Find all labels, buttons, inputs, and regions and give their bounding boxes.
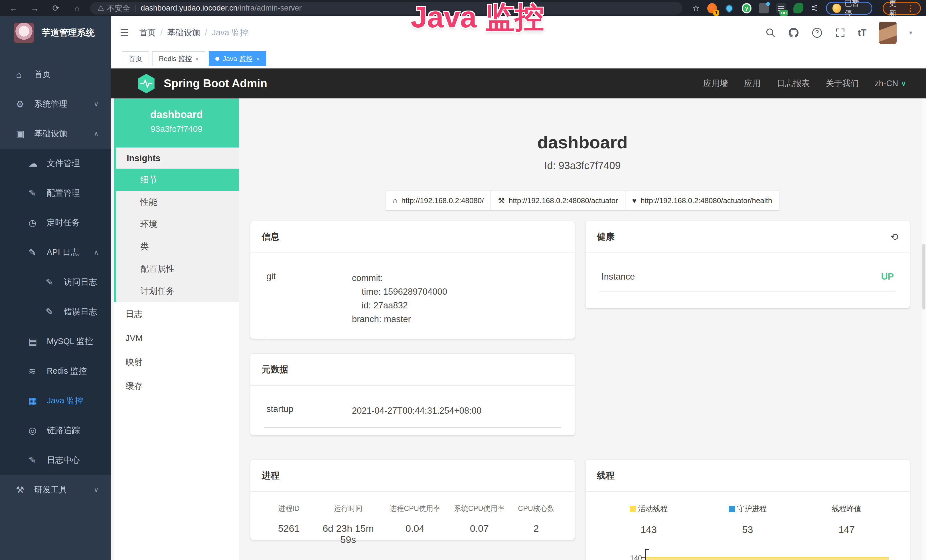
app-title: 芋道管理系统: [42, 27, 95, 39]
sidebar-item-label: 链路追踪: [47, 425, 80, 436]
text-size-icon[interactable]: tT: [858, 27, 866, 38]
caret-down-icon[interactable]: ▾: [909, 29, 912, 36]
home-icon[interactable]: ⌂: [71, 3, 83, 13]
sba-menu-wallboard[interactable]: 应用墙: [703, 78, 728, 89]
sidebar-item-java-monitor[interactable]: ▦ Java 监控: [0, 386, 111, 416]
sidebar-item-infra[interactable]: ▣ 基础设施 ∧: [0, 119, 111, 148]
threads-card-title: 线程: [597, 469, 614, 481]
toolbox-icon: ⚒: [16, 484, 34, 495]
sba-nav-logfile[interactable]: 日志: [114, 302, 239, 326]
sba-nav-classes[interactable]: 类: [117, 235, 239, 257]
search-icon[interactable]: [766, 28, 776, 38]
sidebar-item-scheduled-jobs[interactable]: ◷ 定时任务: [0, 208, 111, 238]
sba-nav-details[interactable]: 细节: [114, 169, 239, 191]
sba-nav-caches[interactable]: 缓存: [114, 374, 239, 398]
update-label: 更新: [889, 0, 903, 18]
locale-select[interactable]: zh-CN ∨: [875, 79, 906, 88]
security-label[interactable]: 不安全: [107, 3, 130, 14]
actuator-url-button[interactable]: ⚒ http://192.168.0.2:48080/actuator: [491, 191, 625, 211]
breadcrumb-home[interactable]: 首页: [139, 27, 156, 38]
sidebar-item-label: 日志中心: [47, 454, 80, 466]
sba-menu-about[interactable]: 关于我们: [826, 78, 859, 89]
metadata-card-title: 元数据: [262, 363, 288, 375]
breadcrumb-infra[interactable]: 基础设施: [167, 27, 200, 38]
sidebar-item-label: 错误日志: [64, 306, 97, 318]
paused-badge[interactable]: 已暂停: [826, 2, 872, 15]
process-col-header: 进程CPU使用率: [383, 504, 447, 513]
sba-menu-applications[interactable]: 应用: [744, 78, 761, 89]
sidebar-item-devtools[interactable]: ⚒ 研发工具 ∨: [0, 475, 111, 505]
sidebar-item-mysql-monitor[interactable]: ▤ MySQL 监控: [0, 327, 111, 356]
sidebar-item-log-center[interactable]: ✎ 日志中心: [0, 445, 111, 475]
extensions-row: ☆ 1 y on ⚟ 已暂停 更新 ⋮: [692, 2, 926, 15]
sidebar-item-file-manage[interactable]: ☁ 文件管理: [0, 148, 111, 178]
breadcrumb-separator: /: [205, 28, 207, 37]
service-url-button[interactable]: ⌂ http://192.168.0.2:48080/: [386, 191, 492, 211]
sidebar-item-home[interactable]: ⌂ 首页: [0, 60, 111, 89]
sidebar-item-api-log[interactable]: ✎ API 日志 ∧: [0, 238, 111, 267]
sba-nav-mappings[interactable]: 映射: [114, 350, 239, 374]
health-url-button[interactable]: ♥ http://192.168.0.2:48080/actuator/heal…: [625, 191, 780, 211]
history-icon[interactable]: ⟲: [890, 231, 899, 242]
tab-home[interactable]: 首页: [122, 51, 149, 66]
sidebar-item-config-manage[interactable]: ✎ 配置管理: [0, 178, 111, 208]
extension-letter: y: [745, 5, 748, 11]
sba-menu-journal[interactable]: 日志报表: [776, 78, 809, 89]
sidebar-item-system[interactable]: ⚙ 系统管理 ∨: [0, 89, 111, 119]
emoji-face-icon: [832, 4, 841, 13]
sba-nav-environment[interactable]: 环境: [117, 213, 239, 235]
infra-submenu: ☁ 文件管理 ✎ 配置管理 ◷ 定时任务 ✎ API 日志 ∧ ✎: [0, 148, 111, 475]
extension-colorzilla-icon[interactable]: 1: [707, 3, 717, 14]
sba-nav-scheduled-tasks[interactable]: 计划任务: [117, 280, 239, 302]
extension-leaf-icon[interactable]: [793, 3, 803, 14]
extension-list-icon[interactable]: on: [776, 3, 786, 14]
sba-brand[interactable]: Spring Boot Admin: [164, 77, 267, 90]
bookmark-star-icon[interactable]: ☆: [692, 3, 700, 13]
scrollbar-thumb[interactable]: [922, 244, 925, 310]
heartbeat-icon: ♥: [632, 196, 637, 205]
app-logo-row[interactable]: 芋道管理系统: [0, 16, 111, 49]
close-icon[interactable]: ×: [195, 56, 199, 62]
extension-green-icon[interactable]: y: [742, 3, 752, 14]
help-icon[interactable]: [812, 27, 823, 38]
extension-grid-icon[interactable]: [759, 3, 769, 14]
close-icon[interactable]: ×: [256, 56, 260, 62]
tab-redis-monitor[interactable]: Redis 监控 ×: [152, 51, 205, 66]
annotation-java-monitor: Java 监控: [411, 0, 544, 38]
back-icon[interactable]: ←: [8, 3, 20, 13]
forward-icon[interactable]: →: [29, 3, 41, 13]
tab-label: Java 监控: [223, 54, 253, 64]
user-avatar[interactable]: [879, 22, 897, 44]
process-col-header: 运行时间: [314, 504, 383, 513]
page-scrollbar[interactable]: [922, 98, 926, 560]
git-branch-line: branch: master: [352, 312, 559, 326]
sba-nav-configprops[interactable]: 配置属性: [117, 257, 239, 280]
sidebar-item-label: 系统管理: [34, 98, 67, 110]
address-bar[interactable]: ⚠ 不安全 dashboard.yudao.iocoder.cn /infra/…: [90, 2, 682, 15]
sidebar-item-error-log[interactable]: ✎ 错误日志: [0, 297, 111, 327]
cpu-cores: 2: [511, 523, 561, 534]
peak-threads-value: 147: [797, 524, 896, 535]
process-uptime: 6d 23h 15m 59s: [314, 523, 383, 545]
redis-icon: ≋: [29, 366, 47, 377]
github-icon[interactable]: [788, 27, 799, 38]
sidebar-fold-icon[interactable]: ☰: [120, 27, 129, 39]
reload-icon[interactable]: ⟳: [50, 3, 62, 13]
fullscreen-icon[interactable]: [835, 28, 845, 38]
sidebar-item-label: API 日志: [47, 247, 79, 258]
overflow-menu-icon[interactable]: ⋮: [906, 3, 914, 13]
process-col-header: CPU核心数: [511, 504, 561, 513]
sidebar-item-redis-monitor[interactable]: ≋ Redis 监控: [0, 356, 111, 386]
sidebar-item-access-log[interactable]: ✎ 访问日志: [0, 267, 111, 297]
update-button[interactable]: 更新 ⋮: [883, 2, 921, 15]
active-dot: [215, 57, 219, 61]
tab-java-monitor[interactable]: Java 监控 ×: [209, 51, 266, 66]
sba-nav-metrics[interactable]: 性能: [117, 191, 239, 213]
instance-header[interactable]: dashboard 93a3fc7f7409: [114, 98, 239, 147]
extension-pin-icon[interactable]: [724, 3, 734, 14]
sidebar-item-trace[interactable]: ◎ 链路追踪: [0, 416, 111, 445]
cloud-upload-icon: ☁: [29, 158, 47, 169]
status-badge: UP: [881, 271, 894, 282]
extensions-puzzle-icon[interactable]: ⚟: [811, 3, 819, 13]
sba-nav-jvm[interactable]: JVM: [114, 326, 239, 350]
